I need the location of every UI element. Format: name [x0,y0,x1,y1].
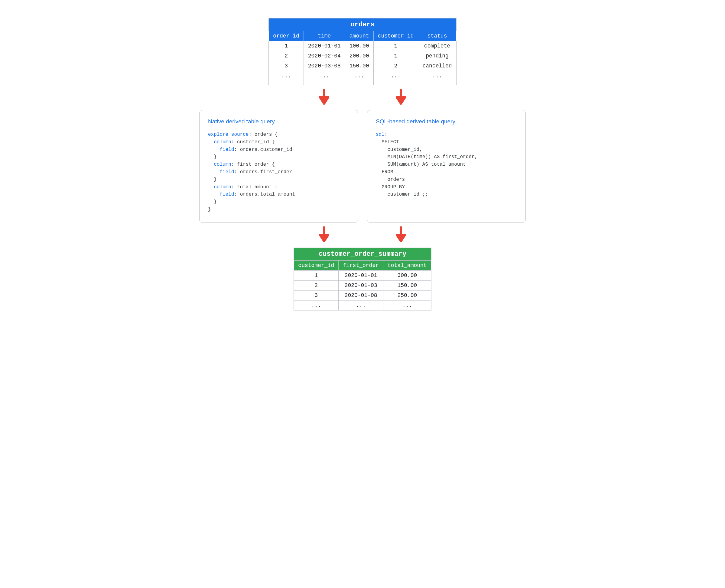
diagram-canvas: orders order_id time amount customer_id … [196,18,529,311]
arrow-down-icon [396,226,406,242]
summary-col-customer-id: customer_id [294,260,338,270]
orders-table: orders order_id time amount customer_id … [268,18,456,85]
sql-panel-title: SQL-based derived table query [376,118,517,125]
orders-col-customer-id: customer_id [373,31,418,41]
table-row: ... ... ... [294,300,431,310]
summary-table-title: customer_order_summary [294,248,431,260]
table-row: 3 2020-01-08 250.00 [294,290,431,300]
arrow-down-icon [319,88,329,105]
orders-col-status: status [418,31,456,41]
table-row: ... ... ... ... ... [269,71,456,81]
table-row-empty [269,81,456,85]
customer-order-summary-table: customer_order_summary customer_id first… [294,248,431,311]
code-panel-row: Native derived table query explore_sourc… [199,110,526,223]
arrow-row-bottom [196,226,529,242]
summary-col-total-amount: total_amount [384,260,431,270]
native-panel-code: explore_source: orders { column: custome… [208,131,349,213]
orders-col-time: time [304,31,345,41]
summary-col-first-order: first_order [338,260,384,270]
table-row: 1 2020-01-01 100.00 1 complete [269,41,456,51]
table-row: 1 2020-01-01 300.00 [294,270,431,280]
arrow-row-top [196,88,529,105]
native-derived-table-panel: Native derived table query explore_sourc… [199,110,358,223]
sql-derived-table-panel: SQL-based derived table query sql: SELEC… [367,110,526,223]
native-panel-title: Native derived table query [208,118,349,125]
sql-panel-code: sql: SELECT customer_id, MIN(DATE(time))… [376,131,517,198]
orders-col-amount: amount [345,31,373,41]
table-row: 3 2020-03-08 150.00 2 cancelled [269,61,456,71]
table-row: 2 2020-02-04 200.00 1 pending [269,51,456,61]
arrow-down-icon [319,226,329,242]
orders-col-order-id: order_id [269,31,304,41]
orders-table-title: orders [269,18,456,31]
table-row: 2 2020-01-03 150.00 [294,280,431,290]
arrow-down-icon [396,88,406,105]
orders-table-header-row: order_id time amount customer_id status [269,31,456,41]
summary-table-header-row: customer_id first_order total_amount [294,260,431,270]
